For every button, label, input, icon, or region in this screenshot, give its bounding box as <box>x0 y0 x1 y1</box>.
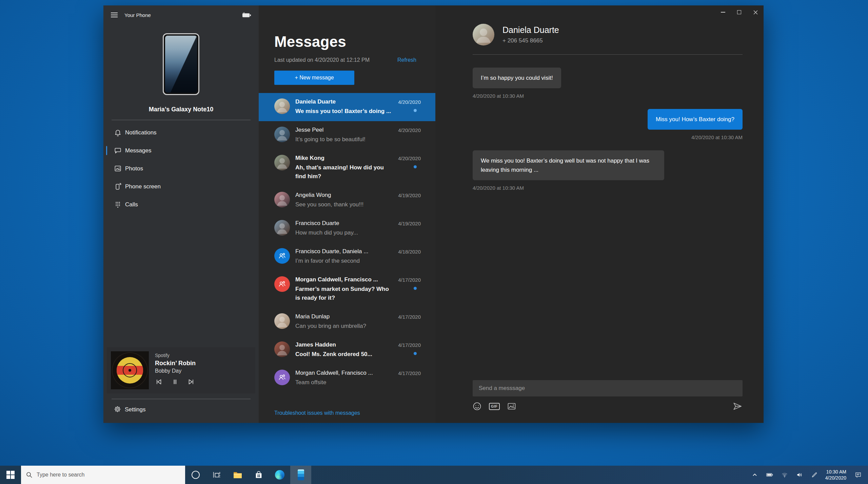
sidebar: Your Phone Maria’s Galaxy Note10 Notific… <box>103 5 259 423</box>
your-phone-taskbar-button[interactable] <box>290 466 311 484</box>
tray-pen-icon[interactable] <box>807 466 822 484</box>
divider <box>473 54 743 55</box>
battery-charging-icon <box>242 12 251 18</box>
start-button[interactable] <box>0 466 21 484</box>
microsoft-store-button[interactable] <box>248 466 269 484</box>
file-explorer-button[interactable] <box>227 466 248 484</box>
search-input[interactable] <box>37 472 180 478</box>
chat-header: Daniela Duarte + 206 545 8665 <box>473 24 743 45</box>
now-playing-card: Spotify Rockin’ Robin Bobby Day <box>107 347 255 393</box>
message-input[interactable] <box>473 380 743 396</box>
messages-panel: Messages Last updated on 4/20/2020 at 12… <box>259 5 435 423</box>
conversation-row-daniela-duarte[interactable]: Daniela Duarte We miss you too! Baxter’s… <box>259 93 435 121</box>
unread-dot-icon <box>414 352 417 355</box>
conversation-row-morgan-caldwell-francisco[interactable]: Morgan Caldwell, Francisco ... Farmer’s … <box>259 271 435 308</box>
conversation-date: 4/20/2020 <box>398 127 421 133</box>
people-icon <box>274 248 290 264</box>
troubleshoot-link[interactable]: Troubleshoot issues with messages <box>274 410 435 416</box>
conversation-row-francisco-duarte[interactable]: Francisco Duarte How much did you pay...… <box>259 215 435 243</box>
conversation-date: 4/20/2020 <box>398 155 421 161</box>
sidebar-item-messages[interactable]: Messages <box>103 142 259 160</box>
file-explorer-icon <box>233 470 242 480</box>
minimize-button[interactable] <box>715 5 731 19</box>
hamburger-menu-icon[interactable] <box>111 11 118 19</box>
close-button[interactable] <box>747 5 764 19</box>
sidebar-item-phone-screen[interactable]: Phone screen <box>103 178 259 196</box>
new-message-button[interactable]: + New message <box>274 71 354 85</box>
conversation-date: 4/17/2020 <box>398 342 421 348</box>
search-icon <box>26 471 33 478</box>
composer: GIF <box>473 380 743 423</box>
clock-date: 4/20/2020 <box>825 475 846 481</box>
conversation-list: Daniela Duarte We miss you too! Baxter’s… <box>259 93 435 408</box>
task-view-button[interactable] <box>206 466 227 484</box>
phone-screen-icon <box>114 183 122 191</box>
avatar <box>274 127 290 142</box>
avatar <box>274 341 290 357</box>
album-art <box>111 351 149 389</box>
conversation-name: James Hadden <box>295 341 336 348</box>
conversation-date: 4/17/2020 <box>398 314 421 320</box>
windows-logo-icon <box>6 471 15 479</box>
emoji-icon[interactable] <box>473 402 481 411</box>
tray-volume-icon[interactable] <box>792 466 807 484</box>
conversation-date: 4/18/2020 <box>398 249 421 255</box>
sidebar-item-notifications[interactable]: Notifications <box>103 124 259 142</box>
conversation-date: 4/17/2020 <box>398 370 421 376</box>
cortana-button[interactable] <box>185 466 206 484</box>
conversation-name: Angelia Wong <box>295 192 331 198</box>
maximize-button[interactable] <box>731 5 747 19</box>
people-icon <box>274 370 290 385</box>
conversation-name: Morgan Caldwell, Francisco ... <box>295 276 378 283</box>
conversation-row-jesse-peel[interactable]: Jesse Peel It’s going to be so beautiful… <box>259 121 435 149</box>
contact-name: Daniela Duarte <box>502 25 559 35</box>
send-icon[interactable] <box>732 401 743 411</box>
avatar <box>274 220 290 236</box>
task-view-icon <box>212 470 221 479</box>
conversation-preview: Cool! Ms. Zenk ordered 50... <box>295 350 393 359</box>
settings-label: Settings <box>125 406 145 413</box>
conversation-name: Jesse Peel <box>295 127 323 133</box>
sidebar-titlebar: Your Phone <box>103 5 259 24</box>
conversation-row-james-hadden[interactable]: James Hadden Cool! Ms. Zenk ordered 50..… <box>259 336 435 364</box>
clock-time: 10:30 AM <box>825 469 846 475</box>
tray-chevron-up-icon[interactable] <box>747 466 762 484</box>
chat-message: I’m so happy you could visit! 4/20/2020 … <box>473 68 743 99</box>
previous-track-icon[interactable] <box>155 378 162 387</box>
sidebar-item-photos[interactable]: Photos <box>103 160 259 178</box>
taskbar: 10:30 AM 4/20/2020 <box>0 466 868 484</box>
message-timestamp: 4/20/2020 at 10:30 AM <box>691 134 743 140</box>
conversation-name: Francisco Duarte, Daniela ... <box>295 248 368 255</box>
conversation-row-francisco-duarte-daniela[interactable]: Francisco Duarte, Daniela ... I’m in fav… <box>259 243 435 271</box>
desktop: Your Phone Maria’s Galaxy Note10 Notific… <box>0 0 868 484</box>
next-track-icon[interactable] <box>188 378 195 387</box>
image-icon[interactable] <box>507 402 516 411</box>
message-timestamp: 4/20/2020 at 10:30 AM <box>473 93 743 99</box>
contact-phone: + 206 545 8665 <box>502 37 559 44</box>
gif-icon[interactable]: GIF <box>489 403 500 410</box>
sidebar-item-settings[interactable]: Settings <box>103 399 259 420</box>
now-playing-artist: Bobby Day <box>155 368 196 374</box>
pause-icon[interactable] <box>171 378 179 387</box>
your-phone-icon <box>298 469 304 480</box>
taskbar-clock[interactable]: 10:30 AM 4/20/2020 <box>822 469 850 481</box>
tray-battery-icon[interactable] <box>762 466 777 484</box>
action-center-icon[interactable] <box>850 466 867 484</box>
phone-preview[interactable] <box>163 33 199 95</box>
conversation-row-maria-dunlap[interactable]: Maria Dunlap Can you bring an umbrella? … <box>259 308 435 336</box>
conversation-row-angelia-wong[interactable]: Angelia Wong See you soon, thank you!!! … <box>259 186 435 215</box>
tray-wifi-icon[interactable] <box>777 466 792 484</box>
now-playing-track: Rockin’ Robin <box>155 360 196 367</box>
refresh-link[interactable]: Refresh <box>397 57 416 63</box>
edge-button[interactable] <box>269 466 290 484</box>
conversation-row-morgan-caldwell-francisco[interactable]: Morgan Caldwell, Francisco ... Team offs… <box>259 364 435 392</box>
app-title: Your Phone <box>124 12 235 18</box>
taskbar-search[interactable] <box>21 466 185 484</box>
conversation-preview: How much did you pay... <box>295 228 393 237</box>
sidebar-item-calls[interactable]: Calls <box>103 196 259 213</box>
conversation-name: Daniela Duarte <box>295 98 336 105</box>
conversation-row-mike-kong[interactable]: Mike Kong Ah, that’s amazing! How did yo… <box>259 149 435 186</box>
page-title: Messages <box>274 33 435 50</box>
avatar <box>274 313 290 329</box>
message-thread: I’m so happy you could visit! 4/20/2020 … <box>473 68 743 201</box>
